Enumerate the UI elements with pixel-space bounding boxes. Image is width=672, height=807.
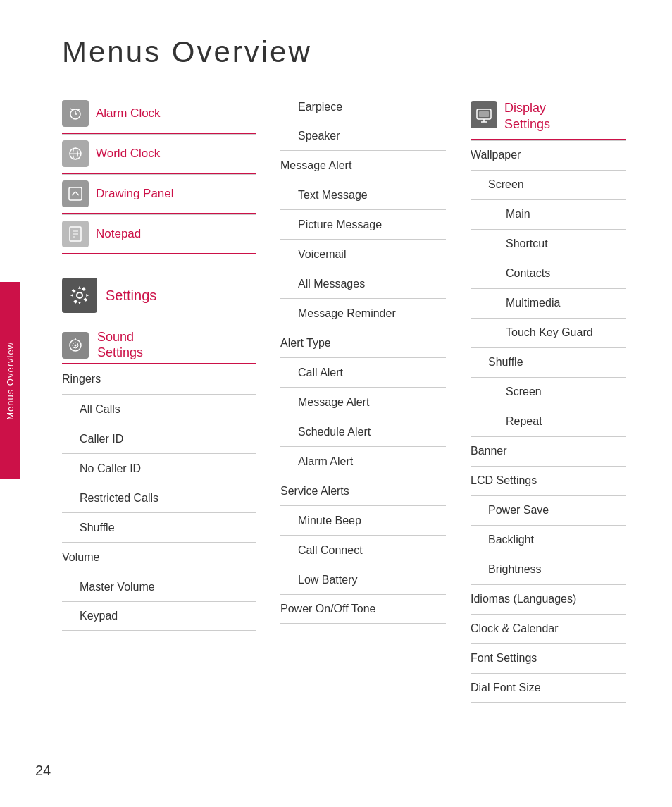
- voicemail-item[interactable]: Voicemail: [280, 239, 446, 269]
- keypad-label: Keypad: [80, 610, 118, 622]
- svg-line-3: [70, 109, 73, 110]
- display-settings-text: Display Settings: [504, 100, 550, 133]
- caller-id-label: Caller ID: [80, 433, 123, 445]
- all-calls-label: All Calls: [80, 403, 120, 416]
- low-battery-item[interactable]: Low Battery: [280, 565, 446, 594]
- schedule-alert-label: Schedule Alert: [298, 426, 371, 438]
- power-on-off-item[interactable]: Power On/Off Tone: [280, 594, 446, 624]
- ringers-item[interactable]: Ringers: [62, 364, 256, 394]
- screen-item[interactable]: Screen: [471, 170, 626, 199]
- notepad-label: Notepad: [96, 227, 141, 241]
- backlight-item[interactable]: Backlight: [471, 525, 626, 555]
- sound-settings-block: Sound Settings Ringers All Calls Caller …: [62, 323, 256, 631]
- svg-line-4: [78, 109, 80, 110]
- shuffle-ringer-label: Shuffle: [80, 522, 115, 534]
- volume-item[interactable]: Volume: [62, 542, 256, 572]
- text-message-label: Text Message: [298, 189, 368, 202]
- text-message-item[interactable]: Text Message: [280, 180, 446, 209]
- caller-id-item[interactable]: Caller ID: [62, 424, 256, 453]
- svg-line-10: [75, 192, 79, 195]
- all-calls-item[interactable]: All Calls: [62, 394, 256, 424]
- main-item[interactable]: Main: [471, 199, 626, 229]
- lcd-settings-item[interactable]: LCD Settings: [471, 466, 626, 495]
- drawing-panel-icon: [62, 180, 89, 207]
- shortcut-label: Shortcut: [506, 238, 548, 250]
- shortcut-item[interactable]: Shortcut: [471, 229, 626, 259]
- page-number: 24: [35, 763, 51, 779]
- keypad-item[interactable]: Keypad: [62, 601, 256, 631]
- alarm-clock-icon: [62, 100, 89, 127]
- restricted-calls-item[interactable]: Restricted Calls: [62, 483, 256, 512]
- col-1: Alarm Clock World Clock: [62, 94, 266, 703]
- multimedia-item[interactable]: Multimedia: [471, 288, 626, 318]
- master-volume-item[interactable]: Master Volume: [62, 572, 256, 601]
- touch-key-guard-label: Touch Key Guard: [506, 326, 593, 339]
- backlight-label: Backlight: [488, 534, 534, 546]
- world-clock-icon: [62, 140, 89, 167]
- settings-item[interactable]: Settings: [62, 269, 256, 316]
- clock-calendar-label: Clock & Calendar: [471, 622, 559, 635]
- wallpaper-label: Wallpaper: [471, 149, 521, 161]
- side-tab-label: Menus Overview: [5, 342, 15, 420]
- idiomas-item[interactable]: Idiomas (Languages): [471, 584, 626, 614]
- shuffle-item[interactable]: Shuffle: [471, 347, 626, 377]
- wallpaper-item[interactable]: Wallpaper: [471, 140, 626, 170]
- drawing-panel-label: Drawing Panel: [96, 187, 174, 201]
- picture-message-item[interactable]: Picture Message: [280, 209, 446, 239]
- notepad-icon: [62, 221, 89, 247]
- screen2-item[interactable]: Screen: [471, 377, 626, 407]
- alarm-clock-item[interactable]: Alarm Clock: [62, 94, 256, 134]
- settings-label: Settings: [106, 288, 156, 304]
- page-title: Menus Overview: [62, 35, 637, 69]
- all-messages-item[interactable]: All Messages: [280, 269, 446, 298]
- low-battery-label: Low Battery: [298, 574, 357, 586]
- banner-item[interactable]: Banner: [471, 436, 626, 466]
- speaker-item[interactable]: Speaker: [280, 121, 446, 150]
- message-alert-header: Message Alert: [280, 150, 446, 180]
- repeat-item[interactable]: Repeat: [471, 407, 626, 436]
- touch-key-guard-item[interactable]: Touch Key Guard: [471, 318, 626, 347]
- display-settings-icon: [471, 101, 497, 128]
- sound-settings-label: Sound: [97, 330, 143, 345]
- speaker-label: Speaker: [298, 130, 340, 142]
- service-alerts-header: Service Alerts: [280, 476, 446, 505]
- ringers-label: Ringers: [62, 373, 101, 386]
- earpiece-item[interactable]: Earpiece: [280, 94, 446, 121]
- clock-calendar-item[interactable]: Clock & Calendar: [471, 614, 626, 643]
- power-on-off-label: Power On/Off Tone: [280, 603, 375, 615]
- minute-beep-label: Minute Beep: [298, 515, 361, 527]
- lcd-settings-label: LCD Settings: [471, 474, 537, 487]
- svg-line-9: [72, 192, 75, 195]
- call-connect-item[interactable]: Call Connect: [280, 535, 446, 565]
- world-clock-item[interactable]: World Clock: [62, 134, 256, 174]
- message-reminder-item[interactable]: Message Reminder: [280, 298, 446, 328]
- no-caller-id-label: No Caller ID: [80, 462, 141, 475]
- notepad-item[interactable]: Notepad: [62, 214, 256, 254]
- call-alert-item[interactable]: Call Alert: [280, 357, 446, 387]
- repeat-label: Repeat: [506, 415, 542, 428]
- screen-label: Screen: [488, 178, 524, 191]
- dial-font-size-item[interactable]: Dial Font Size: [471, 673, 626, 703]
- screen2-label: Screen: [506, 386, 542, 398]
- display-settings-label: Display: [504, 100, 550, 116]
- font-settings-item[interactable]: Font Settings: [471, 643, 626, 673]
- dial-font-size-label: Dial Font Size: [471, 682, 541, 694]
- schedule-alert-item[interactable]: Schedule Alert: [280, 417, 446, 446]
- all-messages-label: All Messages: [298, 278, 365, 290]
- contacts-item[interactable]: Contacts: [471, 259, 626, 288]
- drawing-panel-item[interactable]: Drawing Panel: [62, 174, 256, 214]
- display-settings-label2: Settings: [504, 116, 550, 133]
- no-caller-id-item[interactable]: No Caller ID: [62, 453, 256, 483]
- minute-beep-item[interactable]: Minute Beep: [280, 505, 446, 535]
- side-tab: Menus Overview: [0, 282, 20, 479]
- alarm-alert-item[interactable]: Alarm Alert: [280, 446, 446, 476]
- shuffle-ringer-item[interactable]: Shuffle: [62, 512, 256, 542]
- col-2: Earpiece Speaker Message Alert Text Mess…: [266, 94, 456, 703]
- idiomas-label: Idiomas (Languages): [471, 593, 576, 605]
- alarm-clock-label: Alarm Clock: [96, 106, 161, 121]
- display-settings-header[interactable]: Display Settings: [471, 94, 626, 140]
- message-alert-item[interactable]: Message Alert: [280, 387, 446, 417]
- power-save-item[interactable]: Power Save: [471, 495, 626, 525]
- brightness-item[interactable]: Brightness: [471, 555, 626, 584]
- message-alert-item-label: Message Alert: [298, 396, 369, 409]
